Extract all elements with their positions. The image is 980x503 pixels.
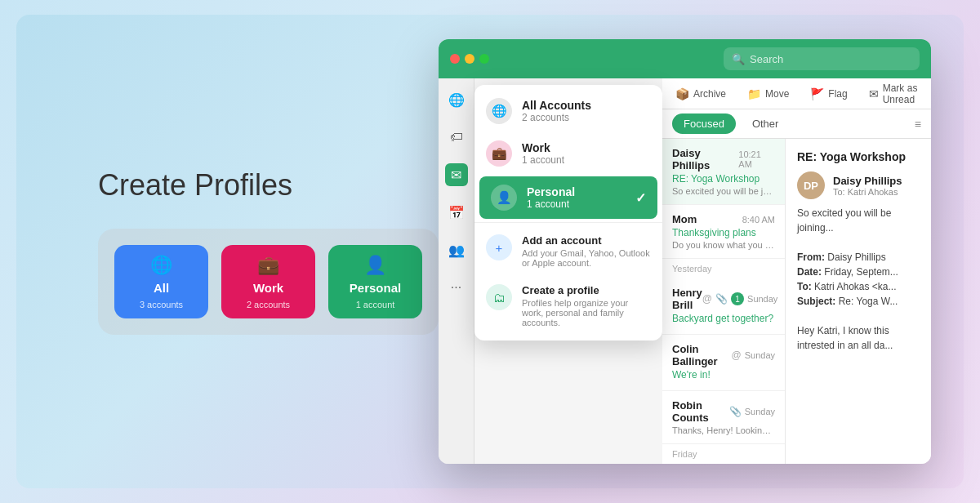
flag-label: Flag (828, 88, 847, 100)
sidebar-icon-people[interactable]: 👥 (445, 238, 468, 261)
sender-3: Henry Brill (672, 287, 702, 311)
to-label: To: (797, 281, 812, 292)
work-label: Work (253, 281, 283, 295)
selected-checkmark: ✓ (635, 190, 646, 206)
subject-4: We're in! (672, 369, 775, 381)
left-panel: Create Profiles 🌐 All 3 accounts 💼 Work … (49, 168, 439, 335)
profiles-card: 🌐 All 3 accounts 💼 Work 2 accounts 👤 Per… (98, 229, 439, 335)
subject-2: Thanksgiving plans (672, 227, 775, 238)
email-item-1[interactable]: Daisy Phillips 10:21 AM RE: Yoga Worksho… (662, 139, 785, 205)
all-count: 3 accounts (140, 300, 183, 309)
detail-subject: RE: Yoga Workshop (797, 150, 920, 163)
email-item-4[interactable]: Colin Ballinger @ Sunday We're in! (662, 335, 785, 391)
body-text: Hey Katri, I know this intrested in an a… (797, 323, 920, 353)
at-icon-3: @ (702, 293, 712, 305)
personal-account-text: Personal 1 account (527, 185, 626, 210)
clip-icon-5: 📎 (729, 406, 742, 417)
subject-value: Re: Yoga W... (839, 296, 898, 307)
search-icon: 🔍 (732, 53, 745, 65)
toolbar: 📦 Archive 📁 Move 🚩 Flag ✉ Mark as Unread (662, 78, 931, 109)
create-profile-desc: Profiles help organize your work, person… (522, 298, 651, 327)
create-profile-title: Create a profile (522, 284, 651, 296)
profile-btn-personal[interactable]: 👤 Personal 1 account (328, 245, 422, 318)
maximize-button[interactable] (479, 54, 489, 64)
sender-1: Daisy Phillips (672, 147, 738, 171)
add-account-text: Add an account Add your Gmail, Yahoo, Ou… (522, 234, 651, 268)
account-dropdown: 🌐 All Accounts 2 accounts 💼 Work 1 accou… (474, 85, 662, 341)
sidebar-icon-tag[interactable]: 🏷 (445, 126, 468, 149)
filter-icon[interactable]: ≡ (915, 118, 921, 131)
from-label: From: (797, 252, 825, 263)
subject-3: Backyard get together? (672, 313, 775, 324)
from-value: Daisy Phillips (827, 252, 885, 263)
sidebar-icon-mail[interactable]: ✉ (445, 163, 468, 186)
section-yesterday: Yesterday (662, 259, 785, 278)
move-icon: 📁 (747, 87, 761, 100)
search-bar[interactable]: 🔍 Search (724, 47, 920, 70)
add-account-item[interactable]: + Add an account Add your Gmail, Yahoo, … (474, 226, 662, 276)
mark-unread-button[interactable]: ✉ Mark as Unread (864, 79, 923, 109)
archive-icon: 📦 (675, 87, 689, 100)
app-window: 🔍 Search 🌐 🏷 ✉ 📅 👥 ··· 🌐 Al (439, 39, 931, 464)
minimize-button[interactable] (465, 54, 474, 64)
email-item-5[interactable]: Robin Counts 📎 Sunday Thanks, Henry! Loo… (662, 391, 785, 444)
archive-button[interactable]: 📦 Archive (670, 84, 731, 104)
detail-to: To: Katri Ahokas (833, 187, 902, 197)
create-profile-text: Create a profile Profiles help organize … (522, 284, 651, 327)
profile-btn-work[interactable]: 💼 Work 2 accounts (221, 245, 315, 318)
badge-3: 1 (731, 292, 744, 305)
personal-icon: 👤 (364, 255, 386, 276)
sender-5: Robin Counts (672, 399, 729, 424)
move-label: Move (765, 88, 789, 100)
sender-2: Mom (672, 213, 697, 225)
email-list: Daisy Phillips 10:21 AM RE: Yoga Worksho… (662, 139, 786, 464)
sidebar-icon-more[interactable]: ··· (445, 276, 468, 299)
personal-account-name: Personal (527, 185, 626, 198)
tab-other[interactable]: Other (741, 114, 791, 134)
detail-sender-name: Daisy Phillips (833, 175, 902, 187)
outer-container: Create Profiles 🌐 All 3 accounts 💼 Work … (16, 15, 964, 488)
mark-unread-label: Mark as Unread (883, 82, 918, 105)
date-label: Date: (797, 266, 822, 278)
time-3: Sunday (747, 294, 777, 304)
sidebar-icon-calendar[interactable]: 📅 (445, 201, 468, 224)
close-button[interactable] (450, 54, 460, 64)
personal-account-icon: 👤 (491, 185, 517, 211)
dropdown-item-personal[interactable]: 👤 Personal 1 account ✓ (479, 176, 657, 219)
sidebar-icons: 🌐 🏷 ✉ 📅 👥 ··· (439, 78, 474, 464)
work-icon: 💼 (257, 255, 279, 276)
all-accounts-name: All Accounts (522, 99, 651, 112)
email-detail: RE: Yoga Workshop DP Daisy Phillips To: … (786, 139, 931, 464)
profile-btn-all[interactable]: 🌐 All 3 accounts (114, 245, 208, 318)
sender-4: Colin Ballinger (672, 343, 732, 367)
mark-unread-icon: ✉ (869, 87, 879, 100)
flag-icon: 🚩 (810, 87, 824, 100)
create-profile-icon: 🗂 (486, 284, 512, 310)
flag-button[interactable]: 🚩 Flag (805, 84, 852, 104)
subject-1: RE: Yoga Workshop (672, 173, 775, 185)
dropdown-item-all-accounts[interactable]: 🌐 All Accounts 2 accounts (474, 90, 662, 132)
app-body: 🌐 🏷 ✉ 📅 👥 ··· 🌐 All Accounts 2 accounts (439, 78, 931, 464)
preview-5: Thanks, Henry! Looking it... (672, 425, 775, 435)
create-profile-item[interactable]: 🗂 Create a profile Profiles help organiz… (474, 276, 662, 336)
dropdown-item-work[interactable]: 💼 Work 1 account (474, 132, 662, 175)
add-account-title: Add an account (522, 234, 651, 247)
email-item-3[interactable]: Henry Brill @ 📎 1 Sunday Backyard get to… (662, 278, 785, 335)
personal-account-sub: 1 account (527, 198, 626, 210)
work-account-name: Work (522, 141, 651, 154)
main-content: 📦 Archive 📁 Move 🚩 Flag ✉ Mark as Unread (662, 78, 931, 464)
work-count: 2 accounts (247, 300, 290, 309)
personal-count: 1 account (356, 300, 395, 309)
detail-preview: So excited you will be joining... (797, 206, 920, 235)
tabs-bar: Focused Other ≡ (662, 109, 931, 139)
move-button[interactable]: 📁 Move (742, 84, 794, 104)
tab-focused[interactable]: Focused (672, 114, 736, 134)
sidebar-icon-globe[interactable]: 🌐 (445, 88, 468, 111)
time-5: Sunday (745, 407, 775, 416)
all-label: All (154, 281, 169, 295)
all-accounts-icon: 🌐 (486, 98, 512, 124)
time-2: 8:40 AM (742, 215, 775, 225)
preview-2: Do you know what you will be bringing... (672, 240, 775, 250)
email-item-2[interactable]: Mom 8:40 AM Thanksgiving plans Do you kn… (662, 205, 785, 259)
work-account-text: Work 1 account (522, 141, 651, 166)
